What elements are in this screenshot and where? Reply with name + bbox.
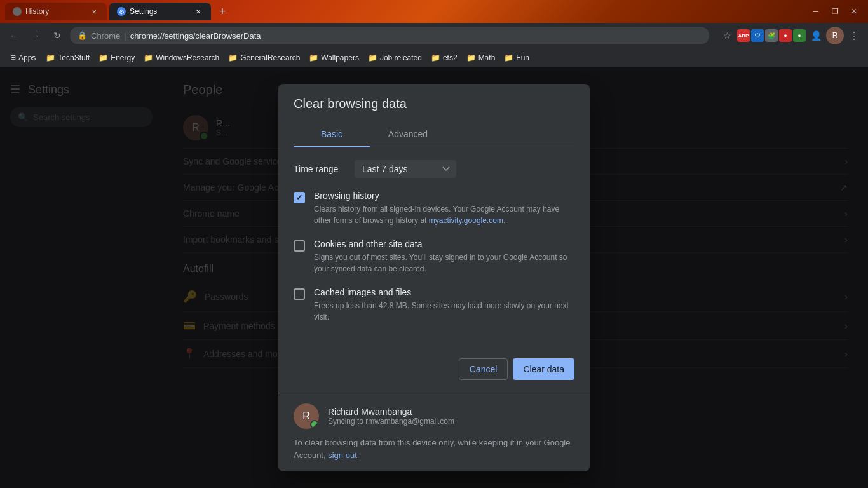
cached-title: Cached images and files bbox=[314, 287, 574, 297]
bookmark-job-related[interactable]: 📁 Job releated bbox=[364, 51, 426, 64]
extension-puzzle-icon[interactable]: 🧩 bbox=[765, 29, 778, 42]
folder-icon-windows-research: 📁 bbox=[144, 53, 153, 62]
check-mark-icon: ✓ bbox=[296, 194, 302, 201]
bookmark-general-research-label: GeneralResearch bbox=[240, 53, 300, 62]
user-avatar-button[interactable]: R bbox=[826, 27, 844, 44]
user-sync-text: Syncing to rmwambanga@gmail.com bbox=[328, 417, 454, 426]
bookmark-general-research[interactable]: 📁 GeneralResearch bbox=[224, 51, 304, 64]
abp-extension-icon[interactable]: ABP bbox=[737, 29, 750, 42]
address-bar: ← → ↻ 🔒 Chrome | chrome://settings/clear… bbox=[0, 23, 868, 48]
folder-icon-ets2: 📁 bbox=[431, 53, 440, 62]
bookmark-wallpapers-label: Wallpapers bbox=[321, 53, 359, 62]
minimize-button[interactable]: ─ bbox=[807, 3, 825, 20]
user-avatar: R bbox=[294, 403, 319, 429]
lock-icon: 🔒 bbox=[78, 31, 87, 40]
clear-data-button[interactable]: Clear data bbox=[513, 358, 574, 380]
bookmark-fun[interactable]: 📁 Fun bbox=[500, 51, 533, 64]
bookmark-math[interactable]: 📁 Math bbox=[463, 51, 499, 64]
checkbox-cached-wrap[interactable] bbox=[294, 288, 305, 300]
folder-icon-wallpapers: 📁 bbox=[309, 53, 318, 62]
bookmark-energy-label: Energy bbox=[111, 53, 135, 62]
bookmark-techstuff-label: TechStuff bbox=[58, 53, 90, 62]
checkbox-browsing-history-wrap[interactable]: ✓ bbox=[294, 192, 305, 203]
bookmark-techstuff[interactable]: 📁 TechStuff bbox=[42, 51, 93, 64]
user-sync-badge bbox=[310, 420, 319, 429]
folder-icon-techstuff: 📁 bbox=[46, 53, 55, 62]
tab-history[interactable]: History ✕ bbox=[5, 3, 107, 20]
sign-out-link[interactable]: sign out bbox=[328, 451, 357, 460]
dialog-header: Clear browsing data Basic Advanced bbox=[278, 84, 590, 147]
cookies-checkbox[interactable] bbox=[294, 240, 305, 252]
dialog-body: Time range Last hour Last 24 hours Last … bbox=[278, 147, 590, 348]
back-button[interactable]: ← bbox=[5, 27, 23, 44]
folder-icon-energy: 📁 bbox=[98, 53, 108, 62]
title-bar: History ✕ ⚙ Settings ✕ + ─ ❐ ✕ bbox=[0, 0, 868, 23]
url-path: chrome://settings/clearBrowserData bbox=[130, 31, 261, 41]
cached-text: Cached images and files Frees up less th… bbox=[314, 287, 574, 323]
close-button[interactable]: ✕ bbox=[845, 3, 863, 20]
tab-basic[interactable]: Basic bbox=[294, 121, 370, 147]
folder-icon-fun: 📁 bbox=[504, 53, 513, 62]
cached-checkbox[interactable] bbox=[294, 288, 305, 300]
bookmark-fun-label: Fun bbox=[516, 53, 529, 62]
tab-advanced[interactable]: Advanced bbox=[370, 121, 446, 147]
time-range-select[interactable]: Last hour Last 24 hours Last 7 days Last… bbox=[355, 160, 456, 178]
chrome-menu-button[interactable]: ⋮ bbox=[845, 27, 863, 44]
cancel-button[interactable]: Cancel bbox=[459, 358, 508, 380]
user-name: Richard Mwambanga bbox=[328, 407, 454, 417]
maximize-button[interactable]: ❐ bbox=[826, 3, 844, 20]
extension-blue-icon[interactable]: 🛡 bbox=[751, 29, 764, 42]
time-range-label: Time range bbox=[294, 164, 344, 174]
cookies-desc: Signs you out of most sites. You'll stay… bbox=[314, 252, 574, 274]
toolbar-icons: ☆ ABP 🛡 🧩 ● ● 👤 R ⋮ bbox=[718, 27, 863, 44]
new-tab-button[interactable]: + bbox=[214, 3, 231, 20]
bookmark-ets2-label: ets2 bbox=[443, 53, 458, 62]
bookmarks-bar: ⊞ Apps 📁 TechStuff 📁 Energy 📁 WindowsRes… bbox=[0, 48, 868, 67]
myactivity-link[interactable]: myactivity.google.com bbox=[429, 216, 503, 225]
url-bar[interactable]: 🔒 Chrome | chrome://settings/clearBrowse… bbox=[70, 27, 709, 44]
bookmark-star-icon[interactable]: ☆ bbox=[718, 27, 736, 44]
bookmark-ets2[interactable]: 📁 ets2 bbox=[427, 51, 461, 64]
apps-grid-icon: ⊞ bbox=[10, 53, 16, 62]
browsing-history-checkbox[interactable]: ✓ bbox=[294, 192, 305, 203]
checkbox-cookies-wrap[interactable] bbox=[294, 240, 305, 252]
extension-green-icon[interactable]: ● bbox=[793, 29, 806, 42]
forward-button[interactable]: → bbox=[27, 27, 44, 44]
reload-button[interactable]: ↻ bbox=[48, 27, 66, 44]
tab-settings-label: Settings bbox=[130, 7, 157, 16]
tab-history-close[interactable]: ✕ bbox=[89, 6, 99, 17]
url-chrome-label: Chrome bbox=[91, 31, 120, 41]
url-separator: | bbox=[124, 31, 126, 41]
settings-favicon: ⚙ bbox=[117, 7, 126, 16]
dialog-footer: Cancel Clear data bbox=[278, 348, 590, 393]
tab-settings[interactable]: ⚙ Settings ✕ bbox=[109, 3, 211, 20]
bookmark-windows-research-label: WindowsResearch bbox=[156, 53, 219, 62]
bookmark-energy[interactable]: 📁 Energy bbox=[95, 51, 139, 64]
modal-overlay: Clear browsing data Basic Advanced bbox=[0, 67, 868, 488]
sign-out-text: To clear browsing data from this device … bbox=[294, 437, 574, 461]
bookmark-windows-research[interactable]: 📁 WindowsResearch bbox=[140, 51, 223, 64]
browsing-history-desc: Clears history from all signed-in device… bbox=[314, 203, 574, 226]
dialog-user-section: R Richard Mwambanga Syncing to rmwambang… bbox=[278, 393, 590, 471]
bookmark-job-label: Job releated bbox=[380, 53, 422, 62]
folder-icon-general-research: 📁 bbox=[228, 53, 238, 62]
cookies-text: Cookies and other site data Signs you ou… bbox=[314, 239, 574, 274]
browser-frame: History ✕ ⚙ Settings ✕ + ─ ❐ ✕ ← → ↻ 🔒 C… bbox=[0, 0, 868, 488]
bookmark-math-label: Math bbox=[478, 53, 496, 62]
folder-icon-job: 📁 bbox=[368, 53, 377, 62]
apps-label: Apps bbox=[18, 53, 36, 62]
tab-settings-close[interactable]: ✕ bbox=[193, 6, 203, 17]
tab-history-label: History bbox=[25, 7, 49, 16]
user-row: R Richard Mwambanga Syncing to rmwambang… bbox=[294, 403, 574, 429]
cookies-title: Cookies and other site data bbox=[314, 239, 574, 249]
bookmarks-apps[interactable]: ⊞ Apps bbox=[5, 51, 41, 64]
browsing-history-title: Browsing history bbox=[314, 191, 574, 201]
clear-browsing-data-dialog: Clear browsing data Basic Advanced bbox=[278, 84, 590, 471]
user-info: Richard Mwambanga Syncing to rmwambanga@… bbox=[328, 407, 454, 426]
bookmark-wallpapers[interactable]: 📁 Wallpapers bbox=[305, 51, 363, 64]
cached-desc: Frees up less than 42.8 MB. Some sites m… bbox=[314, 300, 574, 323]
extension-red-icon[interactable]: ● bbox=[779, 29, 792, 42]
browsing-history-text: Browsing history Clears history from all… bbox=[314, 191, 574, 226]
window-controls: ─ ❐ ✕ bbox=[807, 3, 863, 20]
profile-icon[interactable]: 👤 bbox=[807, 27, 825, 44]
